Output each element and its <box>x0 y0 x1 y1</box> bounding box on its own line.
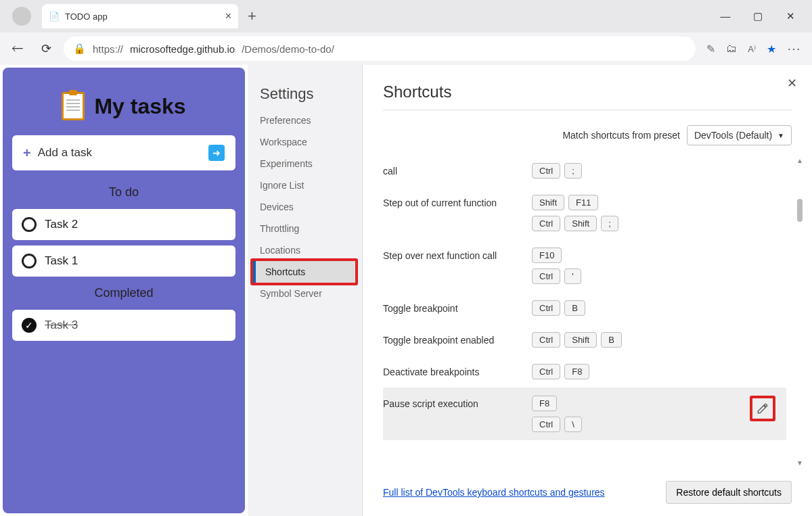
key: Ctrl <box>532 268 560 284</box>
todo-section-label: To do <box>8 179 240 206</box>
key: Ctrl <box>532 332 560 348</box>
url-host: microsoftedge.github.io <box>130 43 235 55</box>
shortcuts-doc-link[interactable]: Full list of DevTools keyboard shortcuts… <box>383 487 605 498</box>
key: ; <box>601 216 618 231</box>
edit-shortcut-icon[interactable] <box>754 400 771 417</box>
key: Shift <box>564 332 597 348</box>
shortcut-row: Deactivate breakpointsCtrlF8 <box>383 356 786 388</box>
clipboard-icon <box>62 92 85 120</box>
settings-heading: Settings <box>248 74 362 110</box>
shortcut-label: Deactivate breakpoints <box>383 364 518 377</box>
todo-app: My tasks + Add a task ➜ To do Task 2 Tas… <box>3 68 245 513</box>
tab-close-icon[interactable]: × <box>225 10 231 22</box>
shortcut-keyset: Ctrl' <box>532 268 581 284</box>
favorite-star-icon[interactable]: ★ <box>767 43 776 55</box>
key: F8 <box>564 364 589 379</box>
settings-nav-item-devices[interactable]: Devices <box>248 196 362 218</box>
scroll-down-icon[interactable]: ▼ <box>794 457 805 469</box>
task-checkbox-icon[interactable] <box>22 254 37 268</box>
todo-header: My tasks <box>8 73 240 135</box>
scrollbar[interactable]: ▲ ▼ <box>794 155 805 469</box>
task-text: Task 1 <box>45 254 78 268</box>
key: Ctrl <box>532 300 560 316</box>
collections-icon[interactable]: 🗂 <box>726 43 737 55</box>
task-item[interactable]: Task 1 <box>12 245 235 277</box>
url-scheme: https:// <box>93 43 123 55</box>
settings-nav-item-throttling[interactable]: Throttling <box>248 218 362 239</box>
browser-tab[interactable]: 📄 TODO app × <box>42 4 238 28</box>
settings-nav-item-preferences[interactable]: Preferences <box>248 110 362 131</box>
key: Shift <box>564 216 597 231</box>
key: Ctrl <box>532 417 560 432</box>
key: Ctrl <box>532 216 560 231</box>
panel-title: Shortcuts <box>363 65 812 110</box>
key: F11 <box>568 195 598 210</box>
url-path: /Demos/demo-to-do/ <box>242 43 334 55</box>
shortcut-label: Toggle breakpoint <box>383 300 518 314</box>
task-text: Task 3 <box>45 319 78 332</box>
shortcut-keyset: Ctrl\ <box>532 417 582 432</box>
panel-close-icon[interactable]: ✕ <box>787 76 797 91</box>
add-task-placeholder: Add a task <box>38 146 92 160</box>
shortcut-keyset: CtrlB <box>532 300 585 316</box>
window-minimize-icon[interactable]: — <box>719 10 732 22</box>
read-aloud-icon[interactable]: A⁾ <box>748 44 756 54</box>
settings-nav-item-shortcuts[interactable]: Shortcuts <box>253 261 355 283</box>
restore-defaults-button[interactable]: Restore default shortcuts <box>666 481 792 504</box>
submit-task-button[interactable]: ➜ <box>208 145 225 161</box>
preset-label: Match shortcuts from preset <box>562 130 680 141</box>
shortcut-keyset: ShiftF11 <box>532 195 618 210</box>
tab-title: TODO app <box>65 11 225 22</box>
shortcut-label: Toggle breakpoint enabled <box>383 332 518 346</box>
shortcut-row: Step out of current functionShiftF11Ctrl… <box>383 187 786 239</box>
back-button[interactable]: 🡐 <box>7 38 28 60</box>
shortcuts-panel: ✕ Shortcuts Match shortcuts from preset … <box>363 65 812 516</box>
completed-section-label: Completed <box>8 279 240 307</box>
site-info-lock-icon[interactable]: 🔒 <box>73 43 86 55</box>
shortcut-row: Step over next function callF10Ctrl' <box>383 239 786 292</box>
key: B <box>601 332 622 348</box>
window-controls: — ▢ ✕ <box>719 10 807 22</box>
shortcut-label: Pause script execution <box>383 396 518 409</box>
settings-sidebar: Settings PreferencesWorkspaceExperiments… <box>248 65 363 516</box>
shortcut-keyset: F10 <box>532 248 581 263</box>
plus-icon: + <box>23 145 31 161</box>
chevron-down-icon: ▼ <box>777 132 784 139</box>
shortcut-label: call <box>383 163 518 177</box>
key: B <box>564 300 585 316</box>
profile-avatar-icon[interactable] <box>12 7 31 26</box>
browser-toolbar: 🡐 ⟳ 🔒 https://microsoftedge.github.io/De… <box>0 32 812 65</box>
window-maximize-icon[interactable]: ▢ <box>751 10 765 22</box>
key: Ctrl <box>532 364 560 379</box>
task-checkbox-icon[interactable] <box>22 217 37 232</box>
key: \ <box>564 417 582 432</box>
edit-page-icon[interactable]: ✎ <box>706 43 715 55</box>
settings-nav-item-ignore-list[interactable]: Ignore List <box>248 174 362 196</box>
settings-nav-item-experiments[interactable]: Experiments <box>248 153 362 174</box>
scroll-up-icon[interactable]: ▲ <box>794 155 805 166</box>
task-checked-icon[interactable]: ✓ <box>22 318 37 333</box>
shortcut-keyset: Ctrl; <box>532 163 582 179</box>
shortcut-keyset: F8 <box>532 396 582 411</box>
task-item-completed[interactable]: ✓ Task 3 <box>12 310 235 341</box>
shortcut-label: Step over next function call <box>383 248 518 261</box>
settings-nav-item-symbol-server[interactable]: Symbol Server <box>248 283 362 304</box>
key: F10 <box>532 248 562 263</box>
task-item[interactable]: Task 2 <box>12 209 235 240</box>
scroll-thumb[interactable] <box>797 199 803 222</box>
refresh-button[interactable]: ⟳ <box>35 38 57 60</box>
window-close-icon[interactable]: ✕ <box>784 10 797 22</box>
shortcut-keyset: CtrlShift; <box>532 216 618 231</box>
address-bar[interactable]: 🔒 https://microsoftedge.github.io/Demos/… <box>64 37 696 61</box>
shortcut-keyset: CtrlF8 <box>532 364 589 379</box>
new-tab-button[interactable]: + <box>248 7 256 25</box>
key: F8 <box>532 396 557 411</box>
preset-select[interactable]: DevTools (Default) ▼ <box>687 125 792 145</box>
add-task-input[interactable]: + Add a task ➜ <box>12 135 235 170</box>
more-menu-icon[interactable]: ⋯ <box>787 41 801 57</box>
shortcut-row: callCtrl; <box>383 155 786 187</box>
settings-nav-item-workspace[interactable]: Workspace <box>248 131 362 153</box>
preset-value: DevTools (Default) <box>694 130 772 141</box>
shortcut-row: Toggle breakpointCtrlB <box>383 292 786 324</box>
key: ; <box>564 163 582 179</box>
